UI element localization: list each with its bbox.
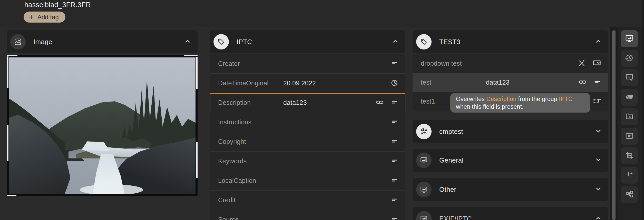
- row-copyright[interactable]: Copyright: [210, 132, 405, 151]
- tag-icon: [213, 34, 229, 49]
- molecule-icon: [416, 124, 432, 139]
- assign-icon[interactable]: [391, 137, 398, 146]
- crop-image-icon: [625, 151, 634, 161]
- assign-icon[interactable]: [391, 59, 398, 68]
- row-instructions[interactable]: Instructions: [210, 112, 405, 132]
- scrollbar-thumb[interactable]: [612, 30, 616, 220]
- chevron-up-icon[interactable]: [594, 37, 602, 46]
- metadata-editor-app: hasselblad_3FR.3FR Add tag Image: [0, 0, 644, 220]
- chevron-up-icon[interactable]: [594, 214, 602, 220]
- file-title: hasselblad_3FR.3FR: [24, 1, 91, 9]
- frame-mark: [196, 142, 198, 178]
- frame-mark: [7, 56, 8, 88]
- assign-icon[interactable]: [593, 78, 601, 87]
- window-edge: [642, 0, 644, 220]
- image-column: Image: [7, 0, 198, 220]
- link-icon[interactable]: [579, 78, 587, 87]
- cmptest-panel-header[interactable]: cmptest: [413, 120, 608, 143]
- metadata-view-button[interactable]: [621, 30, 638, 47]
- row-source[interactable]: Source: [210, 210, 405, 220]
- test3-panel-header[interactable]: TEST3: [413, 30, 608, 53]
- iptc-panel-title: IPTC: [237, 38, 392, 46]
- text-format-icon[interactable]: T: [592, 97, 601, 106]
- assign-icon[interactable]: [391, 157, 398, 166]
- frame-mark: [7, 125, 8, 161]
- tooltip-text: Overwrites: [456, 96, 485, 102]
- image-icon: [10, 34, 26, 49]
- other-panel-title: Other: [439, 186, 594, 194]
- monitor-chart-icon: [416, 153, 432, 168]
- comment-icon: [625, 73, 634, 83]
- monitor-chart-icon: [416, 182, 432, 197]
- chevron-down-icon[interactable]: [594, 156, 602, 165]
- link-icon[interactable]: [376, 98, 384, 107]
- attachments-button[interactable]: [621, 89, 638, 106]
- tooltip-group-ref: IPTC: [559, 96, 572, 102]
- frame-mark: [7, 55, 17, 56]
- general-panel-title: General: [439, 156, 594, 164]
- svg-text:T: T: [596, 98, 601, 104]
- general-panel-header[interactable]: General: [413, 149, 608, 172]
- folder-c-icon: c: [625, 112, 634, 122]
- chevron-up-icon[interactable]: [184, 37, 191, 46]
- crop-image-button[interactable]: [621, 147, 638, 164]
- cmptest-panel-title: cmptest: [439, 128, 594, 136]
- image-panel-title: Image: [33, 38, 184, 46]
- tag-icon: [416, 34, 432, 49]
- row-datetimeoriginal[interactable]: DateTimeOriginal 20.09.2022: [210, 73, 405, 93]
- chevron-down-icon[interactable]: [594, 185, 602, 194]
- clock-icon[interactable]: [391, 79, 398, 88]
- chevron-up-icon[interactable]: [392, 37, 399, 46]
- tooltip-field-ref: Description: [486, 96, 516, 102]
- assign-icon[interactable]: [391, 176, 398, 185]
- row-dropdown-test[interactable]: dropdown test: [413, 54, 608, 73]
- video-button[interactable]: [621, 128, 638, 145]
- play-icon: [625, 132, 634, 141]
- iptc-field-list: Creator DateTimeOriginal 20.09.2022 Desc…: [210, 54, 405, 220]
- side-toolbar: c: [618, 27, 642, 220]
- test3-panel-title: TEST3: [439, 38, 594, 46]
- photo-foam: [80, 184, 143, 194]
- tooltip-text: from the group: [518, 96, 557, 102]
- row-test[interactable]: test data123: [413, 73, 608, 92]
- frame-mark: [7, 195, 16, 196]
- assign-icon[interactable]: [391, 215, 398, 220]
- override-tooltip: Overwrites Description from the group IP…: [450, 93, 590, 113]
- chevron-down-icon[interactable]: [594, 127, 602, 136]
- assign-icon[interactable]: [391, 118, 398, 127]
- add-tag-label: Add tag: [37, 14, 59, 21]
- paperclip-icon: [625, 93, 634, 102]
- row-credit[interactable]: Credit: [210, 190, 405, 210]
- svg-text:c: c: [629, 115, 631, 119]
- row-description[interactable]: Description data123: [210, 93, 405, 112]
- custom-groups-column: TEST3 dropdown test test data123: [413, 0, 608, 220]
- workflow-button[interactable]: [621, 186, 638, 203]
- sparkles-icon: [625, 171, 634, 180]
- exif-iptc-panel-header[interactable]: EXIF/IPTC: [413, 207, 608, 220]
- exif-iptc-panel-title: EXIF/IPTC: [439, 215, 594, 220]
- row-keywords[interactable]: Keywords: [210, 151, 405, 171]
- landscape-photo: [9, 57, 196, 194]
- row-localcaption[interactable]: LocalCaption: [210, 171, 405, 190]
- edit-off-icon[interactable]: [578, 59, 586, 68]
- iptc-panel-header[interactable]: IPTC: [210, 30, 405, 53]
- other-panel-header[interactable]: Other: [413, 178, 608, 201]
- ai-sparkles-button[interactable]: [621, 167, 638, 184]
- frame-mark: [196, 57, 198, 89]
- version-history-button[interactable]: [621, 50, 638, 67]
- assign-icon[interactable]: [391, 196, 398, 205]
- add-tag-button[interactable]: Add tag: [24, 12, 65, 23]
- frame-mark: [184, 55, 198, 56]
- scrollbar-track[interactable]: [610, 27, 618, 220]
- history-icon: [625, 54, 634, 63]
- tooltip-text: when this field is present.: [456, 103, 524, 110]
- collections-button[interactable]: c: [621, 108, 638, 125]
- comments-button[interactable]: [621, 69, 638, 86]
- monitor-chart-icon: [625, 34, 634, 44]
- topbar-divider: [0, 27, 642, 27]
- row-creator[interactable]: Creator: [210, 54, 405, 73]
- dropdown-icon[interactable]: [592, 58, 601, 68]
- image-panel-header[interactable]: Image: [7, 30, 198, 53]
- plus-icon: [28, 14, 34, 20]
- assign-icon[interactable]: [391, 98, 398, 107]
